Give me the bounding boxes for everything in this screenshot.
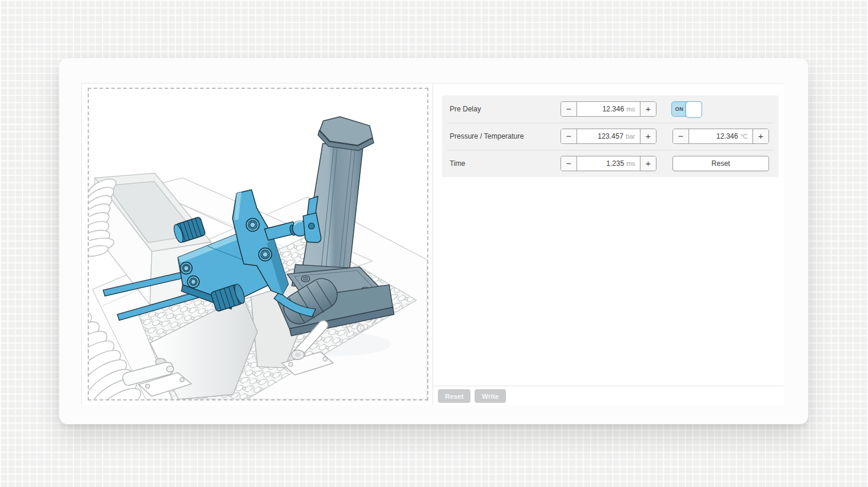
time-reset-button[interactable]: Reset — [672, 156, 769, 171]
time-label: Time — [450, 159, 465, 168]
time-stepper: − 1.235 ms + — [560, 156, 656, 171]
param-row-pressure-temperature: Pressure / Temperature − 123.457 bar + −… — [442, 123, 779, 150]
temperature-stepper: − 12.346 °C + — [672, 129, 769, 144]
reset-button[interactable]: Reset — [438, 389, 470, 403]
action-bar: Reset Write — [433, 386, 784, 405]
pre-delay-toggle[interactable]: ON — [671, 101, 702, 117]
pre-delay-value-field[interactable]: 12.346 ms — [577, 102, 640, 116]
pre-delay-value: 12.346 — [603, 105, 624, 113]
pressure-decrement-button[interactable]: − — [561, 129, 577, 143]
pre-delay-decrement-button[interactable]: − — [561, 102, 577, 116]
parameters-pane: Pre Delay − 12.346 ms + ON — [433, 84, 784, 405]
temperature-value: 12.346 — [716, 132, 738, 140]
pre-delay-stepper: − 12.346 ms + — [560, 101, 656, 117]
illustration-viewport[interactable] — [82, 84, 433, 405]
pre-delay-unit: ms — [626, 105, 635, 113]
temperature-unit: °C — [741, 133, 748, 140]
parameters-panel: Pre Delay − 12.346 ms + ON — [442, 95, 779, 177]
pre-delay-increment-button[interactable]: + — [640, 102, 656, 116]
pressure-value-field[interactable]: 123.457 bar — [577, 129, 640, 143]
time-value-field[interactable]: 1.235 ms — [577, 156, 640, 171]
toggle-knob — [686, 101, 702, 118]
pressure-value: 123.457 — [598, 132, 623, 140]
time-value: 1.235 — [606, 159, 624, 168]
pressure-stepper: − 123.457 bar + — [560, 129, 656, 144]
temperature-increment-button[interactable]: + — [752, 129, 768, 143]
toggle-on-label: ON — [672, 106, 687, 112]
time-unit: ms — [626, 160, 635, 167]
param-row-pre-delay: Pre Delay − 12.346 ms + ON — [442, 95, 779, 123]
pressure-temperature-label: Pressure / Temperature — [450, 132, 524, 140]
app-window: Pre Delay − 12.346 ms + ON — [59, 58, 808, 424]
time-decrement-button[interactable]: − — [561, 156, 577, 171]
time-increment-button[interactable]: + — [640, 156, 656, 171]
temperature-decrement-button[interactable]: − — [673, 129, 689, 143]
machine-illustration — [89, 89, 427, 399]
pressure-increment-button[interactable]: + — [640, 129, 656, 143]
content-area: Pre Delay − 12.346 ms + ON — [81, 83, 783, 405]
pre-delay-label: Pre Delay — [450, 105, 481, 113]
selection-frame — [88, 88, 428, 401]
temperature-value-field[interactable]: 12.346 °C — [689, 129, 752, 143]
pressure-unit: bar — [626, 133, 635, 140]
write-button[interactable]: Write — [475, 389, 506, 403]
param-row-time: Time − 1.235 ms + Reset — [442, 150, 779, 177]
